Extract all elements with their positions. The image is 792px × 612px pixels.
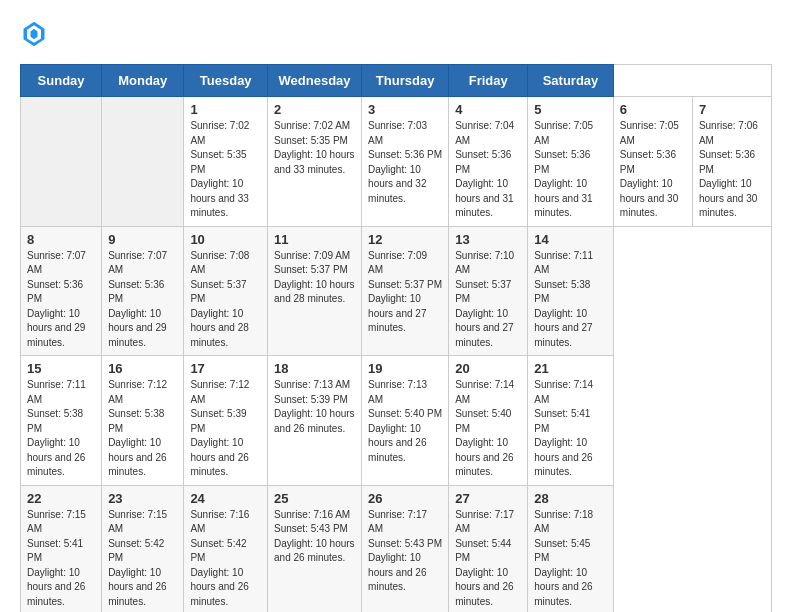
calendar-cell	[21, 97, 102, 227]
calendar-cell: 26Sunrise: 7:17 AMSunset: 5:43 PMDayligh…	[362, 485, 449, 612]
weekday-header-sunday: Sunday	[21, 65, 102, 97]
calendar-cell	[102, 97, 184, 227]
day-number: 10	[190, 232, 261, 247]
day-info: Sunrise: 7:15 AMSunset: 5:42 PMDaylight:…	[108, 508, 177, 610]
calendar-cell: 12Sunrise: 7:09 AMSunset: 5:37 PMDayligh…	[362, 226, 449, 356]
day-number: 2	[274, 102, 355, 117]
day-number: 14	[534, 232, 607, 247]
calendar-cell: 7Sunrise: 7:06 AMSunset: 5:36 PMDaylight…	[692, 97, 771, 227]
weekday-header-row: SundayMondayTuesdayWednesdayThursdayFrid…	[21, 65, 772, 97]
calendar-week-row: 8Sunrise: 7:07 AMSunset: 5:36 PMDaylight…	[21, 226, 772, 356]
weekday-header-wednesday: Wednesday	[268, 65, 362, 97]
day-number: 20	[455, 361, 521, 376]
calendar-cell: 17Sunrise: 7:12 AMSunset: 5:39 PMDayligh…	[184, 356, 268, 486]
logo-icon	[20, 20, 48, 48]
calendar-cell: 13Sunrise: 7:10 AMSunset: 5:37 PMDayligh…	[449, 226, 528, 356]
calendar-cell: 16Sunrise: 7:12 AMSunset: 5:38 PMDayligh…	[102, 356, 184, 486]
page-header	[20, 20, 772, 48]
calendar-cell: 4Sunrise: 7:04 AMSunset: 5:36 PMDaylight…	[449, 97, 528, 227]
day-info: Sunrise: 7:09 AMSunset: 5:37 PMDaylight:…	[274, 249, 355, 307]
calendar-cell: 8Sunrise: 7:07 AMSunset: 5:36 PMDaylight…	[21, 226, 102, 356]
day-number: 7	[699, 102, 765, 117]
day-info: Sunrise: 7:07 AMSunset: 5:36 PMDaylight:…	[27, 249, 95, 351]
day-info: Sunrise: 7:05 AMSunset: 5:36 PMDaylight:…	[534, 119, 607, 221]
logo	[20, 20, 52, 48]
calendar-cell: 15Sunrise: 7:11 AMSunset: 5:38 PMDayligh…	[21, 356, 102, 486]
calendar-cell: 10Sunrise: 7:08 AMSunset: 5:37 PMDayligh…	[184, 226, 268, 356]
calendar-cell: 23Sunrise: 7:15 AMSunset: 5:42 PMDayligh…	[102, 485, 184, 612]
calendar-cell: 6Sunrise: 7:05 AMSunset: 5:36 PMDaylight…	[613, 97, 692, 227]
weekday-header-friday: Friday	[449, 65, 528, 97]
calendar-table: SundayMondayTuesdayWednesdayThursdayFrid…	[20, 64, 772, 612]
day-number: 19	[368, 361, 442, 376]
day-info: Sunrise: 7:12 AMSunset: 5:38 PMDaylight:…	[108, 378, 177, 480]
day-number: 18	[274, 361, 355, 376]
day-info: Sunrise: 7:16 AMSunset: 5:43 PMDaylight:…	[274, 508, 355, 566]
calendar-cell: 25Sunrise: 7:16 AMSunset: 5:43 PMDayligh…	[268, 485, 362, 612]
day-info: Sunrise: 7:15 AMSunset: 5:41 PMDaylight:…	[27, 508, 95, 610]
weekday-header-tuesday: Tuesday	[184, 65, 268, 97]
weekday-header-thursday: Thursday	[362, 65, 449, 97]
calendar-cell: 19Sunrise: 7:13 AMSunset: 5:40 PMDayligh…	[362, 356, 449, 486]
day-info: Sunrise: 7:12 AMSunset: 5:39 PMDaylight:…	[190, 378, 261, 480]
day-info: Sunrise: 7:14 AMSunset: 5:40 PMDaylight:…	[455, 378, 521, 480]
day-info: Sunrise: 7:18 AMSunset: 5:45 PMDaylight:…	[534, 508, 607, 610]
calendar-cell: 1Sunrise: 7:02 AMSunset: 5:35 PMDaylight…	[184, 97, 268, 227]
day-number: 9	[108, 232, 177, 247]
day-info: Sunrise: 7:11 AMSunset: 5:38 PMDaylight:…	[27, 378, 95, 480]
weekday-header-saturday: Saturday	[528, 65, 614, 97]
day-info: Sunrise: 7:03 AMSunset: 5:36 PMDaylight:…	[368, 119, 442, 206]
calendar-week-row: 1Sunrise: 7:02 AMSunset: 5:35 PMDaylight…	[21, 97, 772, 227]
day-info: Sunrise: 7:02 AMSunset: 5:35 PMDaylight:…	[190, 119, 261, 221]
day-info: Sunrise: 7:06 AMSunset: 5:36 PMDaylight:…	[699, 119, 765, 221]
calendar-cell: 9Sunrise: 7:07 AMSunset: 5:36 PMDaylight…	[102, 226, 184, 356]
calendar-cell: 21Sunrise: 7:14 AMSunset: 5:41 PMDayligh…	[528, 356, 614, 486]
day-info: Sunrise: 7:13 AMSunset: 5:40 PMDaylight:…	[368, 378, 442, 465]
day-number: 16	[108, 361, 177, 376]
day-number: 24	[190, 491, 261, 506]
day-number: 6	[620, 102, 686, 117]
day-info: Sunrise: 7:11 AMSunset: 5:38 PMDaylight:…	[534, 249, 607, 351]
day-info: Sunrise: 7:10 AMSunset: 5:37 PMDaylight:…	[455, 249, 521, 351]
day-number: 26	[368, 491, 442, 506]
calendar-cell: 20Sunrise: 7:14 AMSunset: 5:40 PMDayligh…	[449, 356, 528, 486]
day-info: Sunrise: 7:14 AMSunset: 5:41 PMDaylight:…	[534, 378, 607, 480]
day-number: 4	[455, 102, 521, 117]
day-number: 3	[368, 102, 442, 117]
day-info: Sunrise: 7:02 AMSunset: 5:35 PMDaylight:…	[274, 119, 355, 177]
calendar-cell: 3Sunrise: 7:03 AMSunset: 5:36 PMDaylight…	[362, 97, 449, 227]
calendar-week-row: 15Sunrise: 7:11 AMSunset: 5:38 PMDayligh…	[21, 356, 772, 486]
day-number: 25	[274, 491, 355, 506]
day-number: 23	[108, 491, 177, 506]
day-number: 5	[534, 102, 607, 117]
calendar-cell: 2Sunrise: 7:02 AMSunset: 5:35 PMDaylight…	[268, 97, 362, 227]
calendar-cell: 5Sunrise: 7:05 AMSunset: 5:36 PMDaylight…	[528, 97, 614, 227]
day-number: 1	[190, 102, 261, 117]
day-info: Sunrise: 7:16 AMSunset: 5:42 PMDaylight:…	[190, 508, 261, 610]
day-number: 22	[27, 491, 95, 506]
calendar-cell: 24Sunrise: 7:16 AMSunset: 5:42 PMDayligh…	[184, 485, 268, 612]
calendar-cell: 18Sunrise: 7:13 AMSunset: 5:39 PMDayligh…	[268, 356, 362, 486]
day-info: Sunrise: 7:17 AMSunset: 5:43 PMDaylight:…	[368, 508, 442, 595]
calendar-cell: 14Sunrise: 7:11 AMSunset: 5:38 PMDayligh…	[528, 226, 614, 356]
day-info: Sunrise: 7:04 AMSunset: 5:36 PMDaylight:…	[455, 119, 521, 221]
weekday-header-monday: Monday	[102, 65, 184, 97]
calendar-cell: 27Sunrise: 7:17 AMSunset: 5:44 PMDayligh…	[449, 485, 528, 612]
day-info: Sunrise: 7:05 AMSunset: 5:36 PMDaylight:…	[620, 119, 686, 221]
day-number: 21	[534, 361, 607, 376]
day-number: 11	[274, 232, 355, 247]
day-number: 8	[27, 232, 95, 247]
day-number: 12	[368, 232, 442, 247]
day-info: Sunrise: 7:08 AMSunset: 5:37 PMDaylight:…	[190, 249, 261, 351]
calendar-cell: 28Sunrise: 7:18 AMSunset: 5:45 PMDayligh…	[528, 485, 614, 612]
day-info: Sunrise: 7:17 AMSunset: 5:44 PMDaylight:…	[455, 508, 521, 610]
calendar-cell: 11Sunrise: 7:09 AMSunset: 5:37 PMDayligh…	[268, 226, 362, 356]
day-number: 17	[190, 361, 261, 376]
day-number: 28	[534, 491, 607, 506]
day-number: 15	[27, 361, 95, 376]
day-info: Sunrise: 7:07 AMSunset: 5:36 PMDaylight:…	[108, 249, 177, 351]
calendar-cell: 22Sunrise: 7:15 AMSunset: 5:41 PMDayligh…	[21, 485, 102, 612]
day-number: 13	[455, 232, 521, 247]
calendar-week-row: 22Sunrise: 7:15 AMSunset: 5:41 PMDayligh…	[21, 485, 772, 612]
day-number: 27	[455, 491, 521, 506]
